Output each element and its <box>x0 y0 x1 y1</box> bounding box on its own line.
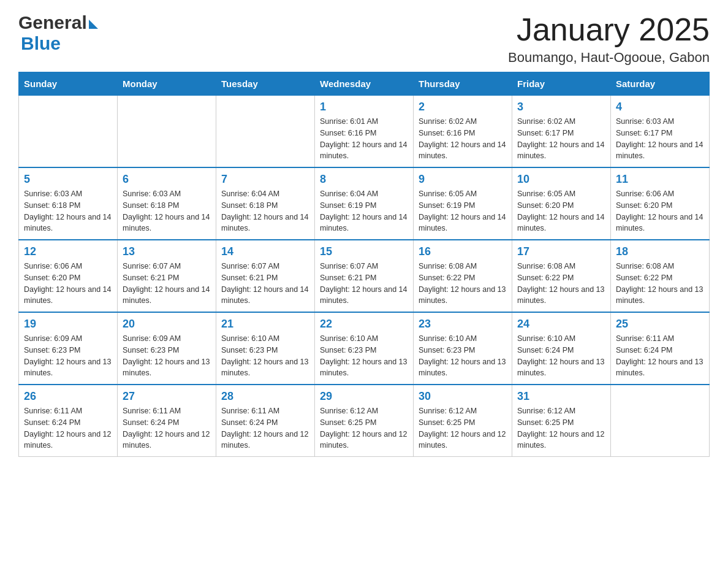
table-row: 13 Sunrise: 6:07 AMSunset: 6:21 PMDaylig… <box>118 240 216 312</box>
table-row: 3 Sunrise: 6:02 AMSunset: 6:17 PMDayligh… <box>512 96 611 168</box>
day-number: 28 <box>221 390 309 403</box>
day-info: Sunrise: 6:11 AMSunset: 6:24 PMDaylight:… <box>24 405 112 451</box>
day-info: Sunrise: 6:10 AMSunset: 6:23 PMDaylight:… <box>320 333 408 379</box>
day-info: Sunrise: 6:09 AMSunset: 6:23 PMDaylight:… <box>123 333 211 379</box>
header-saturday: Saturday <box>611 72 710 96</box>
day-number: 6 <box>123 173 211 186</box>
table-row: 4 Sunrise: 6:03 AMSunset: 6:17 PMDayligh… <box>611 96 710 168</box>
table-row: 10 Sunrise: 6:05 AMSunset: 6:20 PMDaylig… <box>512 167 611 240</box>
table-row <box>611 385 710 457</box>
table-row: 31 Sunrise: 6:12 AMSunset: 6:25 PMDaylig… <box>512 385 611 457</box>
day-number: 11 <box>616 173 704 186</box>
day-number: 13 <box>123 245 211 258</box>
day-number: 18 <box>616 245 704 258</box>
day-number: 4 <box>616 101 704 113</box>
day-info: Sunrise: 6:02 AMSunset: 6:16 PMDaylight:… <box>419 116 507 162</box>
calendar-week-row: 19 Sunrise: 6:09 AMSunset: 6:23 PMDaylig… <box>19 312 710 385</box>
calendar-week-row: 12 Sunrise: 6:06 AMSunset: 6:20 PMDaylig… <box>19 240 710 312</box>
day-number: 16 <box>419 245 507 258</box>
header-monday: Monday <box>118 72 216 96</box>
day-number: 23 <box>419 318 507 331</box>
table-row <box>216 96 315 168</box>
calendar-table: Sunday Monday Tuesday Wednesday Thursday… <box>18 72 710 457</box>
day-number: 27 <box>123 390 211 403</box>
table-row: 1 Sunrise: 6:01 AMSunset: 6:16 PMDayligh… <box>315 96 414 168</box>
day-number: 10 <box>517 173 605 186</box>
table-row: 8 Sunrise: 6:04 AMSunset: 6:19 PMDayligh… <box>315 167 414 240</box>
table-row: 2 Sunrise: 6:02 AMSunset: 6:16 PMDayligh… <box>414 96 512 168</box>
table-row: 26 Sunrise: 6:11 AMSunset: 6:24 PMDaylig… <box>19 385 118 457</box>
table-row <box>19 96 118 168</box>
day-info: Sunrise: 6:10 AMSunset: 6:23 PMDaylight:… <box>221 333 309 379</box>
table-row: 25 Sunrise: 6:11 AMSunset: 6:24 PMDaylig… <box>611 312 710 385</box>
day-number: 8 <box>320 173 408 186</box>
table-row: 15 Sunrise: 6:07 AMSunset: 6:21 PMDaylig… <box>315 240 414 312</box>
day-info: Sunrise: 6:03 AMSunset: 6:18 PMDaylight:… <box>24 188 112 234</box>
logo-blue-text: Blue <box>21 33 61 53</box>
day-number: 1 <box>320 101 408 113</box>
day-info: Sunrise: 6:05 AMSunset: 6:20 PMDaylight:… <box>517 188 605 234</box>
day-info: Sunrise: 6:10 AMSunset: 6:23 PMDaylight:… <box>419 333 507 379</box>
day-number: 5 <box>24 173 112 186</box>
header-thursday: Thursday <box>414 72 512 96</box>
table-row: 21 Sunrise: 6:10 AMSunset: 6:23 PMDaylig… <box>216 312 315 385</box>
calendar-week-row: 26 Sunrise: 6:11 AMSunset: 6:24 PMDaylig… <box>19 385 710 457</box>
table-row: 23 Sunrise: 6:10 AMSunset: 6:23 PMDaylig… <box>414 312 512 385</box>
day-info: Sunrise: 6:04 AMSunset: 6:18 PMDaylight:… <box>221 188 309 234</box>
table-row: 9 Sunrise: 6:05 AMSunset: 6:19 PMDayligh… <box>414 167 512 240</box>
day-info: Sunrise: 6:01 AMSunset: 6:16 PMDaylight:… <box>320 116 408 162</box>
table-row: 6 Sunrise: 6:03 AMSunset: 6:18 PMDayligh… <box>118 167 216 240</box>
day-number: 30 <box>419 390 507 403</box>
weekday-header-row: Sunday Monday Tuesday Wednesday Thursday… <box>19 72 710 96</box>
day-number: 19 <box>24 318 112 331</box>
day-number: 17 <box>517 245 605 258</box>
table-row: 24 Sunrise: 6:10 AMSunset: 6:24 PMDaylig… <box>512 312 611 385</box>
header-wednesday: Wednesday <box>315 72 414 96</box>
day-number: 3 <box>517 101 605 113</box>
day-info: Sunrise: 6:07 AMSunset: 6:21 PMDaylight:… <box>320 261 408 307</box>
calendar-title: January 2025 <box>508 12 710 47</box>
day-info: Sunrise: 6:12 AMSunset: 6:25 PMDaylight:… <box>419 405 507 451</box>
day-info: Sunrise: 6:07 AMSunset: 6:21 PMDaylight:… <box>221 261 309 307</box>
header-tuesday: Tuesday <box>216 72 315 96</box>
day-number: 2 <box>419 101 507 113</box>
day-info: Sunrise: 6:03 AMSunset: 6:17 PMDaylight:… <box>616 116 704 162</box>
calendar-week-row: 1 Sunrise: 6:01 AMSunset: 6:16 PMDayligh… <box>19 96 710 168</box>
day-info: Sunrise: 6:09 AMSunset: 6:23 PMDaylight:… <box>24 333 112 379</box>
calendar-title-section: January 2025 Boumango, Haut-Ogooue, Gabo… <box>508 12 710 66</box>
logo-general-text: General <box>18 12 87 33</box>
day-number: 7 <box>221 173 309 186</box>
day-info: Sunrise: 6:10 AMSunset: 6:24 PMDaylight:… <box>517 333 605 379</box>
table-row: 20 Sunrise: 6:09 AMSunset: 6:23 PMDaylig… <box>118 312 216 385</box>
table-row: 5 Sunrise: 6:03 AMSunset: 6:18 PMDayligh… <box>19 167 118 240</box>
day-info: Sunrise: 6:08 AMSunset: 6:22 PMDaylight:… <box>616 261 704 307</box>
day-number: 29 <box>320 390 408 403</box>
calendar-week-row: 5 Sunrise: 6:03 AMSunset: 6:18 PMDayligh… <box>19 167 710 240</box>
day-info: Sunrise: 6:03 AMSunset: 6:18 PMDaylight:… <box>123 188 211 234</box>
table-row: 7 Sunrise: 6:04 AMSunset: 6:18 PMDayligh… <box>216 167 315 240</box>
table-row: 22 Sunrise: 6:10 AMSunset: 6:23 PMDaylig… <box>315 312 414 385</box>
day-number: 15 <box>320 245 408 258</box>
day-number: 26 <box>24 390 112 403</box>
logo: General Blue <box>18 12 98 54</box>
day-number: 21 <box>221 318 309 331</box>
table-row: 18 Sunrise: 6:08 AMSunset: 6:22 PMDaylig… <box>611 240 710 312</box>
table-row: 14 Sunrise: 6:07 AMSunset: 6:21 PMDaylig… <box>216 240 315 312</box>
day-info: Sunrise: 6:12 AMSunset: 6:25 PMDaylight:… <box>517 405 605 451</box>
calendar-subtitle: Boumango, Haut-Ogooue, Gabon <box>508 50 710 66</box>
table-row: 11 Sunrise: 6:06 AMSunset: 6:20 PMDaylig… <box>611 167 710 240</box>
logo-triangle-icon <box>89 20 98 29</box>
table-row: 28 Sunrise: 6:11 AMSunset: 6:24 PMDaylig… <box>216 385 315 457</box>
day-info: Sunrise: 6:04 AMSunset: 6:19 PMDaylight:… <box>320 188 408 234</box>
day-info: Sunrise: 6:11 AMSunset: 6:24 PMDaylight:… <box>123 405 211 451</box>
table-row: 19 Sunrise: 6:09 AMSunset: 6:23 PMDaylig… <box>19 312 118 385</box>
day-number: 14 <box>221 245 309 258</box>
table-row: 17 Sunrise: 6:08 AMSunset: 6:22 PMDaylig… <box>512 240 611 312</box>
day-number: 25 <box>616 318 704 331</box>
day-number: 12 <box>24 245 112 258</box>
day-info: Sunrise: 6:05 AMSunset: 6:19 PMDaylight:… <box>419 188 507 234</box>
table-row: 16 Sunrise: 6:08 AMSunset: 6:22 PMDaylig… <box>414 240 512 312</box>
day-number: 24 <box>517 318 605 331</box>
day-info: Sunrise: 6:11 AMSunset: 6:24 PMDaylight:… <box>616 333 704 379</box>
day-info: Sunrise: 6:08 AMSunset: 6:22 PMDaylight:… <box>419 261 507 307</box>
